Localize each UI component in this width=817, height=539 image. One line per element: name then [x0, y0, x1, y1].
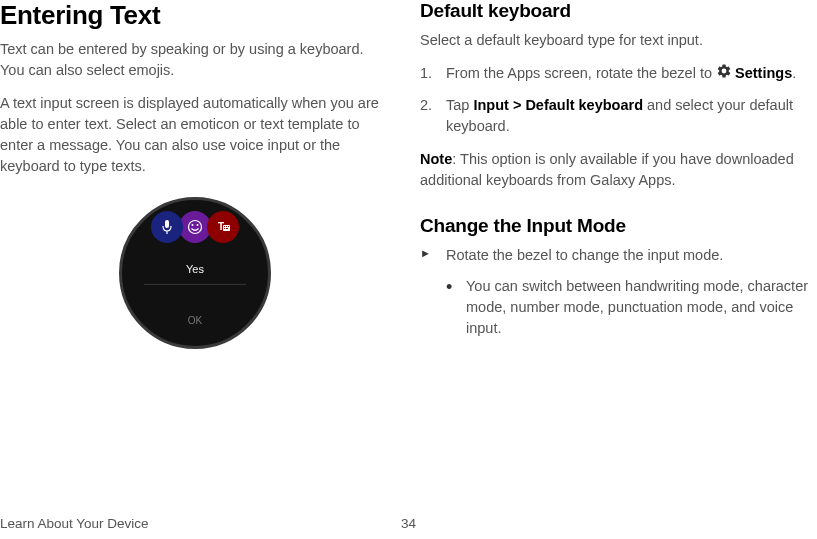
watch-divider — [144, 284, 246, 285]
watch-face: T Yes OK — [119, 197, 271, 349]
default-keyboard-intro: Select a default keyboard type for text … — [420, 30, 810, 51]
step-1-suffix: . — [792, 65, 796, 81]
step-2-prefix: Tap — [446, 97, 473, 113]
bullet-detail: You can switch between handwriting mode,… — [446, 276, 810, 339]
svg-rect-10 — [224, 228, 225, 229]
svg-rect-8 — [226, 226, 227, 227]
footer-page-number: 34 — [401, 516, 416, 531]
keyboard-icon: T — [207, 211, 239, 243]
watch-ok-text: OK — [122, 315, 268, 326]
settings-icon — [716, 63, 732, 85]
main-heading: Entering Text — [0, 0, 390, 31]
mic-icon — [151, 211, 183, 243]
subheading-change-input-mode: Change the Input Mode — [420, 215, 810, 237]
step-2-bold: Input > Default keyboard — [473, 97, 643, 113]
watch-input-tabs: T — [153, 211, 237, 243]
svg-point-4 — [197, 224, 199, 226]
intro-paragraph-1: Text can be entered by speaking or by us… — [0, 39, 390, 81]
svg-rect-9 — [228, 226, 229, 227]
note-paragraph: Note: This option is only available if y… — [420, 149, 810, 191]
step-2: Tap Input > Default keyboard and select … — [420, 95, 810, 137]
page-footer: Learn About Your Device 34 — [0, 516, 817, 531]
svg-point-2 — [189, 221, 202, 234]
intro-paragraph-2: A text input screen is displayed automat… — [0, 93, 390, 177]
note-label: Note — [420, 151, 452, 167]
footer-section-title: Learn About Your Device — [0, 516, 149, 531]
svg-rect-11 — [226, 228, 228, 229]
svg-rect-0 — [165, 220, 169, 228]
svg-rect-7 — [224, 226, 225, 227]
svg-point-3 — [192, 224, 194, 226]
arrow-instruction: Rotate the bezel to change the input mod… — [420, 245, 810, 266]
steps-list: From the Apps screen, rotate the bezel t… — [420, 63, 810, 137]
step-1-bold: Settings — [735, 65, 792, 81]
watch-illustration: T Yes OK — [0, 197, 390, 349]
note-text: : This option is only available if you h… — [420, 151, 794, 188]
subheading-default-keyboard: Default keyboard — [420, 0, 810, 22]
step-1-prefix: From the Apps screen, rotate the bezel t… — [446, 65, 716, 81]
step-1: From the Apps screen, rotate the bezel t… — [420, 63, 810, 85]
watch-yes-text: Yes — [122, 263, 268, 275]
